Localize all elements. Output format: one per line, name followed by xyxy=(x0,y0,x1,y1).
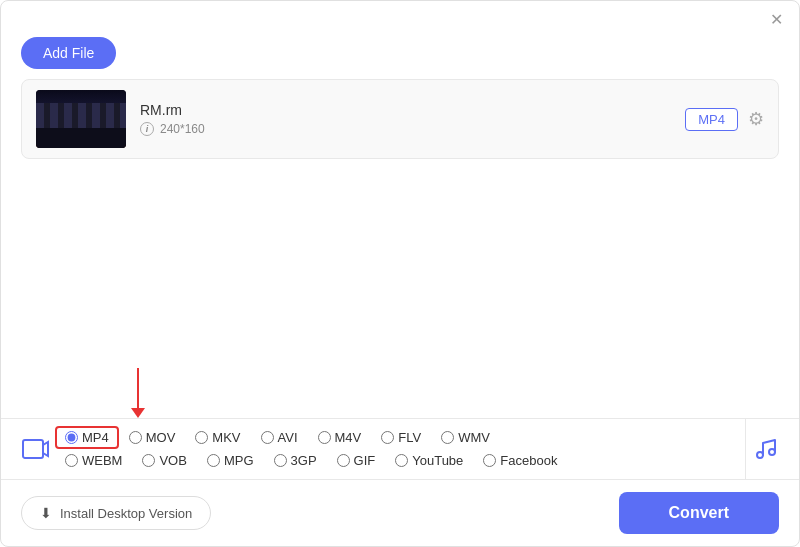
close-button[interactable]: ✕ xyxy=(767,11,785,29)
format-option-webm[interactable]: WEBM xyxy=(55,449,132,472)
file-info: RM.rm i 240*160 xyxy=(140,102,671,136)
install-label: Install Desktop Version xyxy=(60,506,192,521)
header: Add File xyxy=(1,29,799,79)
format-radio-mov[interactable] xyxy=(129,431,142,444)
format-badge[interactable]: MP4 xyxy=(685,108,738,131)
footer: ⬇ Install Desktop Version Convert xyxy=(1,480,799,546)
format-options: MP4 MOV MKV AVI M4V xyxy=(55,420,745,478)
file-item: RM.rm i 240*160 MP4 ⚙ xyxy=(22,80,778,158)
format-label-youtube: YouTube xyxy=(412,453,463,468)
format-radio-mp4[interactable] xyxy=(65,431,78,444)
format-label-avi: AVI xyxy=(278,430,298,445)
info-icon: i xyxy=(140,122,154,136)
title-bar: ✕ xyxy=(1,1,799,29)
format-option-mov[interactable]: MOV xyxy=(119,426,186,449)
format-radio-mpg[interactable] xyxy=(207,454,220,467)
arrow-area xyxy=(1,368,799,418)
format-label-mpg: MPG xyxy=(224,453,254,468)
format-bar: MP4 MOV MKV AVI M4V xyxy=(1,418,799,480)
file-list: RM.rm i 240*160 MP4 ⚙ xyxy=(21,79,779,159)
svg-point-1 xyxy=(757,452,763,458)
file-meta: i 240*160 xyxy=(140,122,671,136)
format-label-flv: FLV xyxy=(398,430,421,445)
format-label-gif: GIF xyxy=(354,453,376,468)
format-row-1: MP4 MOV MKV AVI M4V xyxy=(55,426,745,449)
format-label-mkv: MKV xyxy=(212,430,240,445)
format-label-3gp: 3GP xyxy=(291,453,317,468)
format-radio-wmv[interactable] xyxy=(441,431,454,444)
format-row-2: WEBM VOB MPG 3GP GIF xyxy=(55,449,745,472)
svg-point-2 xyxy=(769,449,775,455)
format-radio-flv[interactable] xyxy=(381,431,394,444)
format-label-m4v: M4V xyxy=(335,430,362,445)
arrow-head xyxy=(131,408,145,418)
install-desktop-button[interactable]: ⬇ Install Desktop Version xyxy=(21,496,211,530)
format-radio-facebook[interactable] xyxy=(483,454,496,467)
format-radio-webm[interactable] xyxy=(65,454,78,467)
format-label-mp4: MP4 xyxy=(82,430,109,445)
music-format-icon[interactable] xyxy=(745,419,785,479)
format-radio-mkv[interactable] xyxy=(195,431,208,444)
format-option-avi[interactable]: AVI xyxy=(251,426,308,449)
arrow-down-indicator xyxy=(131,368,145,418)
main-window: ✕ Add File RM.rm i 240*160 MP4 ⚙ xyxy=(0,0,800,547)
format-option-mp4[interactable]: MP4 xyxy=(55,426,119,449)
download-icon: ⬇ xyxy=(40,505,52,521)
format-option-youtube[interactable]: YouTube xyxy=(385,449,473,472)
format-label-mov: MOV xyxy=(146,430,176,445)
format-option-flv[interactable]: FLV xyxy=(371,426,431,449)
convert-button[interactable]: Convert xyxy=(619,492,779,534)
file-name: RM.rm xyxy=(140,102,671,118)
format-label-facebook: Facebook xyxy=(500,453,557,468)
file-thumbnail xyxy=(36,90,126,148)
format-option-gif[interactable]: GIF xyxy=(327,449,386,472)
settings-icon[interactable]: ⚙ xyxy=(748,108,764,130)
format-radio-gif[interactable] xyxy=(337,454,350,467)
format-option-facebook[interactable]: Facebook xyxy=(473,449,567,472)
svg-rect-0 xyxy=(23,440,43,458)
format-option-3gp[interactable]: 3GP xyxy=(264,449,327,472)
format-label-webm: WEBM xyxy=(82,453,122,468)
spacer xyxy=(1,159,799,368)
format-label-vob: VOB xyxy=(159,453,186,468)
file-actions: MP4 ⚙ xyxy=(685,108,764,131)
arrow-line xyxy=(137,368,139,408)
format-radio-3gp[interactable] xyxy=(274,454,287,467)
format-label-wmv: WMV xyxy=(458,430,490,445)
format-option-vob[interactable]: VOB xyxy=(132,449,196,472)
video-format-icon[interactable] xyxy=(15,419,55,479)
format-option-mpg[interactable]: MPG xyxy=(197,449,264,472)
format-option-mkv[interactable]: MKV xyxy=(185,426,250,449)
format-radio-youtube[interactable] xyxy=(395,454,408,467)
file-resolution: 240*160 xyxy=(160,122,205,136)
format-radio-avi[interactable] xyxy=(261,431,274,444)
format-radio-vob[interactable] xyxy=(142,454,155,467)
format-option-wmv[interactable]: WMV xyxy=(431,426,500,449)
format-radio-m4v[interactable] xyxy=(318,431,331,444)
add-file-button[interactable]: Add File xyxy=(21,37,116,69)
format-option-m4v[interactable]: M4V xyxy=(308,426,372,449)
